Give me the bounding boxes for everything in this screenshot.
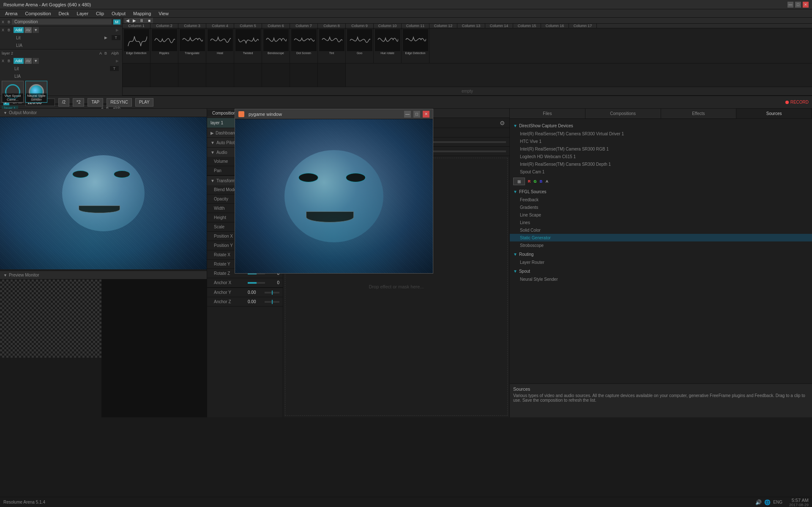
pause-btn[interactable]: ⏸	[138, 18, 145, 23]
play-button[interactable]: PLAY	[135, 98, 153, 107]
layer1-row-lit: Lit ▶ T	[0, 34, 122, 41]
source-stroboscope[interactable]: Stroboscope	[510, 241, 812, 249]
source-gradients[interactable]: Gradients	[510, 203, 812, 211]
clip-twisted[interactable]: Twisted	[234, 28, 262, 63]
source-realsense-rgb[interactable]: Intel(R) RealSense(TM) Camera SR300 RGB …	[510, 145, 812, 153]
tab-sources[interactable]: Sources	[736, 109, 812, 118]
source-solid-color[interactable]: Solid Color	[510, 226, 812, 234]
clip-tint[interactable]: Tint	[318, 28, 346, 63]
clip-hue-rotate[interactable]: Hue rotate	[374, 28, 402, 63]
close-button[interactable]: ✕	[803, 2, 809, 8]
clip-label-triangulate: Triangulate	[185, 52, 200, 55]
m-button[interactable]: M	[113, 19, 121, 25]
menu-layer[interactable]: Layer	[74, 10, 92, 17]
source-neural-style-sender[interactable]: Neural Style Sender	[510, 275, 812, 283]
clip-thumb-vive[interactable]: Vive Spout Came...	[2, 81, 24, 103]
clip-empty-2[interactable]	[150, 63, 178, 87]
maximize-button[interactable]: □	[795, 2, 801, 8]
tab-files[interactable]: Files	[510, 109, 585, 118]
lang-indicator[interactable]: ENG	[773, 500, 782, 504]
clip-empty-6[interactable]	[262, 63, 290, 87]
anchor-y-slider[interactable]	[265, 292, 279, 293]
clip-empty-4[interactable]	[206, 63, 234, 87]
clip-empty-7[interactable]	[290, 63, 318, 87]
clip-thumb-neural[interactable]: Neural Style Sender	[25, 81, 47, 103]
settings-button[interactable]: ⚙	[499, 119, 506, 127]
div2-button[interactable]: /2	[58, 98, 69, 107]
source-feedback[interactable]: Feedback	[510, 196, 812, 203]
menu-output[interactable]: Output	[108, 10, 129, 17]
col-12: Column 12	[429, 24, 457, 28]
clip-bendoscope[interactable]: Bendoscope	[262, 28, 290, 63]
col-15: Column 15	[513, 24, 541, 28]
routing-header[interactable]: ▼ Routing	[510, 250, 812, 258]
source-lines[interactable]: Lines	[510, 219, 812, 226]
clip-edge-detection-2[interactable]: Edge Detection	[402, 28, 429, 63]
clip-triangulate[interactable]: Triangulate	[178, 28, 206, 63]
clip-heat[interactable]: Heat	[206, 28, 234, 63]
clips-area: ◀ ▶ ⏸ ■ Column 1 Column 2 Column 3 Colum…	[123, 18, 812, 96]
source-htc-vive[interactable]: HTC Vive 1	[510, 137, 812, 145]
record-button[interactable]: RECORD	[785, 100, 809, 104]
layer1-av-button[interactable]: AV	[25, 27, 32, 33]
layer2-add-button[interactable]: Add	[14, 58, 24, 64]
tab-effects[interactable]: Effects	[661, 109, 737, 118]
ffgl-header[interactable]: ▼ FFGL Sources	[510, 187, 812, 196]
menu-mapping[interactable]: Mapping	[130, 10, 154, 17]
menu-clip[interactable]: Clip	[93, 10, 107, 17]
source-line-scape[interactable]: Line Scape	[510, 211, 812, 219]
clip-label-edge1: Edge Detection	[126, 52, 147, 55]
layer2-av-button[interactable]: AV	[25, 58, 32, 64]
source-static-generator[interactable]: Static Generator	[510, 234, 812, 241]
clip-empty-1[interactable]	[123, 63, 150, 87]
mul2-button[interactable]: *2	[73, 98, 84, 107]
clip-edge-detection-1[interactable]: Edge Detection	[123, 28, 150, 63]
menu-arena[interactable]: Arena	[2, 10, 21, 17]
spout-header[interactable]: ▼ Spout	[510, 267, 812, 275]
layer2-group: layer 2 A B Alph X B Add AV ▼ ▶ Lit T LI…	[0, 49, 122, 104]
pygame-maximize[interactable]: □	[413, 111, 420, 118]
prev-arrow[interactable]: ◀	[124, 18, 131, 23]
pygame-minimize[interactable]: —	[404, 111, 411, 118]
a-channel[interactable]: A	[544, 178, 550, 184]
minimize-button[interactable]: —	[787, 2, 793, 8]
menu-composition[interactable]: Composition	[22, 10, 54, 17]
r-channel[interactable]: R	[527, 178, 532, 184]
systray-icon-1[interactable]: 🔊	[755, 499, 762, 505]
menu-view[interactable]: View	[155, 10, 172, 17]
clip-goo[interactable]: Goo	[346, 28, 374, 63]
anchor-x-slider[interactable]	[248, 282, 265, 284]
param-anchor-x: Anchor X 0	[207, 278, 283, 288]
source-layer-router[interactable]: Layer Router	[510, 258, 812, 266]
b-channel[interactable]: B	[539, 178, 544, 184]
clip-dot-screen[interactable]: Dot Screen	[290, 28, 318, 63]
clip-ripples[interactable]: Ripples	[150, 28, 178, 63]
clip-label-hue-rotate: Hue rotate	[380, 52, 394, 55]
source-logitech[interactable]: Logitech HD Webcam C615 1	[510, 153, 812, 160]
expand-icon[interactable]: ⊞	[513, 178, 525, 185]
resync-button[interactable]: RESYNC	[107, 98, 132, 107]
next-arrow[interactable]: ▶	[131, 18, 138, 23]
routing-section: ▼ Routing Layer Router	[510, 250, 812, 266]
anchor-z-slider[interactable]	[265, 301, 279, 303]
g-channel[interactable]: G	[533, 178, 538, 184]
source-realsense-virtual[interactable]: Intel(R) RealSense(TM) Camera SR300 Virt…	[510, 130, 812, 137]
layer1-v-button[interactable]: ▼	[33, 27, 39, 33]
clip-empty-8[interactable]	[318, 63, 346, 87]
col-16: Column 16	[541, 24, 569, 28]
menu-deck[interactable]: Deck	[55, 10, 73, 17]
clip-empty-5[interactable]	[234, 63, 262, 87]
stop-btn[interactable]: ■	[145, 18, 153, 23]
clip-empty-3[interactable]	[178, 63, 206, 87]
tab-compositions[interactable]: Compositions	[585, 109, 661, 118]
layer2-v-button[interactable]: ▼	[33, 58, 39, 64]
layer2-row-lia: LIA	[0, 72, 122, 80]
tap-button[interactable]: TAP	[87, 98, 103, 107]
source-spout-cam[interactable]: Spout Cam 1	[510, 168, 812, 175]
anchor-x-value: 0	[267, 280, 279, 285]
systray-icon-2[interactable]: 🌐	[764, 499, 771, 505]
source-realsense-depth[interactable]: Intel(R) RealSense(TM) Camera SR300 Dept…	[510, 160, 812, 168]
directshow-header[interactable]: ▼ DirectShow Capture Devices	[510, 121, 812, 130]
layer1-add-button[interactable]: Add	[14, 27, 24, 33]
pygame-close[interactable]: ✕	[423, 111, 429, 118]
